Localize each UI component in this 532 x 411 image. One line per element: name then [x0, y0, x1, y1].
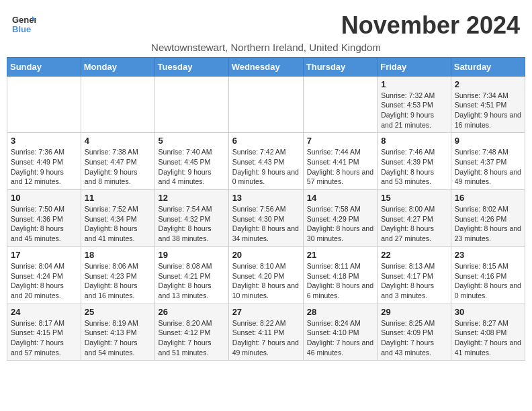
- day-number: 5: [159, 136, 225, 146]
- month-title: November 2024: [341, 12, 520, 39]
- day-info: Sunrise: 7:54 AMSunset: 4:32 PMDaylight:…: [159, 204, 225, 244]
- header-friday: Friday: [378, 57, 451, 76]
- day-info: Sunrise: 7:46 AMSunset: 4:39 PMDaylight:…: [381, 147, 447, 187]
- header-sunday: Sunday: [7, 57, 81, 76]
- calendar-week-row: 3Sunrise: 7:36 AMSunset: 4:49 PMDaylight…: [7, 133, 525, 190]
- day-info: Sunrise: 8:25 AMSunset: 4:09 PMDaylight:…: [381, 318, 447, 358]
- day-info: Sunrise: 7:52 AMSunset: 4:34 PMDaylight:…: [85, 204, 151, 244]
- day-info: Sunrise: 7:38 AMSunset: 4:47 PMDaylight:…: [85, 147, 151, 187]
- table-row: 29Sunrise: 8:25 AMSunset: 4:09 PMDayligh…: [378, 304, 451, 361]
- day-number: 10: [11, 193, 77, 203]
- table-row: 25Sunrise: 8:19 AMSunset: 4:13 PMDayligh…: [81, 304, 154, 361]
- table-row: 22Sunrise: 8:13 AMSunset: 4:17 PMDayligh…: [378, 246, 451, 304]
- table-row: 23Sunrise: 8:15 AMSunset: 4:16 PMDayligh…: [451, 246, 525, 304]
- day-number: 12: [159, 193, 225, 203]
- logo-svg: General Blue: [12, 12, 36, 36]
- day-info: Sunrise: 7:56 AMSunset: 4:30 PMDaylight:…: [232, 204, 300, 244]
- table-row: 3Sunrise: 7:36 AMSunset: 4:49 PMDaylight…: [7, 133, 81, 190]
- day-info: Sunrise: 8:19 AMSunset: 4:13 PMDaylight:…: [85, 318, 151, 358]
- day-number: 23: [455, 250, 521, 260]
- day-number: 24: [11, 307, 77, 317]
- table-row: 9Sunrise: 7:48 AMSunset: 4:37 PMDaylight…: [451, 133, 525, 190]
- table-row: 7Sunrise: 7:44 AMSunset: 4:41 PMDaylight…: [303, 133, 377, 190]
- header-tuesday: Tuesday: [154, 57, 228, 76]
- calendar-table: Sunday Monday Tuesday Wednesday Thursday…: [7, 57, 525, 361]
- day-number: 6: [232, 136, 300, 146]
- calendar-week-row: 1Sunrise: 7:32 AMSunset: 4:53 PMDaylight…: [7, 76, 525, 133]
- day-info: Sunrise: 7:50 AMSunset: 4:36 PMDaylight:…: [11, 204, 77, 244]
- day-number: 9: [455, 136, 521, 146]
- day-info: Sunrise: 8:11 AMSunset: 4:18 PMDaylight:…: [307, 261, 373, 301]
- day-number: 27: [232, 307, 300, 317]
- day-info: Sunrise: 8:17 AMSunset: 4:15 PMDaylight:…: [11, 318, 77, 358]
- day-info: Sunrise: 7:36 AMSunset: 4:49 PMDaylight:…: [11, 147, 77, 187]
- calendar-header-row: Sunday Monday Tuesday Wednesday Thursday…: [7, 57, 525, 76]
- day-number: 13: [232, 193, 300, 203]
- day-number: 8: [381, 136, 447, 146]
- calendar-week-row: 24Sunrise: 8:17 AMSunset: 4:15 PMDayligh…: [7, 304, 525, 361]
- calendar-week-row: 10Sunrise: 7:50 AMSunset: 4:36 PMDayligh…: [7, 190, 525, 247]
- table-row: 24Sunrise: 8:17 AMSunset: 4:15 PMDayligh…: [7, 304, 81, 361]
- day-number: 18: [85, 250, 151, 260]
- table-row: [7, 76, 81, 133]
- table-row: 21Sunrise: 8:11 AMSunset: 4:18 PMDayligh…: [303, 246, 377, 304]
- day-info: Sunrise: 8:15 AMSunset: 4:16 PMDaylight:…: [455, 261, 521, 301]
- day-info: Sunrise: 8:06 AMSunset: 4:23 PMDaylight:…: [85, 261, 151, 301]
- table-row: 28Sunrise: 8:24 AMSunset: 4:10 PMDayligh…: [303, 304, 377, 361]
- header-saturday: Saturday: [451, 57, 525, 76]
- day-number: 21: [307, 250, 373, 260]
- table-row: 17Sunrise: 8:04 AMSunset: 4:24 PMDayligh…: [7, 246, 81, 304]
- title-section: November 2024: [341, 12, 520, 39]
- day-info: Sunrise: 8:00 AMSunset: 4:27 PMDaylight:…: [381, 204, 447, 244]
- day-info: Sunrise: 7:58 AMSunset: 4:29 PMDaylight:…: [307, 204, 373, 244]
- day-number: 20: [232, 250, 300, 260]
- header-monday: Monday: [81, 57, 154, 76]
- table-row: 8Sunrise: 7:46 AMSunset: 4:39 PMDaylight…: [378, 133, 451, 190]
- table-row: 20Sunrise: 8:10 AMSunset: 4:20 PMDayligh…: [228, 246, 303, 304]
- table-row: 18Sunrise: 8:06 AMSunset: 4:23 PMDayligh…: [81, 246, 154, 304]
- day-number: 4: [85, 136, 151, 146]
- day-number: 15: [381, 193, 447, 203]
- day-info: Sunrise: 8:27 AMSunset: 4:08 PMDaylight:…: [455, 318, 521, 358]
- day-number: 14: [307, 193, 373, 203]
- day-info: Sunrise: 7:48 AMSunset: 4:37 PMDaylight:…: [455, 147, 521, 187]
- svg-text:Blue: Blue: [12, 24, 31, 34]
- table-row: 16Sunrise: 8:02 AMSunset: 4:26 PMDayligh…: [451, 190, 525, 247]
- table-row: 6Sunrise: 7:42 AMSunset: 4:43 PMDaylight…: [228, 133, 303, 190]
- calendar-week-row: 17Sunrise: 8:04 AMSunset: 4:24 PMDayligh…: [7, 246, 525, 304]
- day-number: 30: [455, 307, 521, 317]
- table-row: 14Sunrise: 7:58 AMSunset: 4:29 PMDayligh…: [303, 190, 377, 247]
- table-row: [303, 76, 377, 133]
- table-row: 4Sunrise: 7:38 AMSunset: 4:47 PMDaylight…: [81, 133, 154, 190]
- day-number: 3: [11, 136, 77, 146]
- day-info: Sunrise: 8:22 AMSunset: 4:11 PMDaylight:…: [232, 318, 300, 358]
- table-row: 12Sunrise: 7:54 AMSunset: 4:32 PMDayligh…: [154, 190, 228, 247]
- day-number: 19: [159, 250, 225, 260]
- table-row: 5Sunrise: 7:40 AMSunset: 4:45 PMDaylight…: [154, 133, 228, 190]
- table-row: [228, 76, 303, 133]
- table-row: 26Sunrise: 8:20 AMSunset: 4:12 PMDayligh…: [154, 304, 228, 361]
- logo: General Blue: [12, 12, 36, 36]
- day-info: Sunrise: 8:13 AMSunset: 4:17 PMDaylight:…: [381, 261, 447, 301]
- day-number: 25: [85, 307, 151, 317]
- table-row: 27Sunrise: 8:22 AMSunset: 4:11 PMDayligh…: [228, 304, 303, 361]
- day-number: 11: [85, 193, 151, 203]
- day-info: Sunrise: 7:42 AMSunset: 4:43 PMDaylight:…: [232, 147, 300, 187]
- table-row: 10Sunrise: 7:50 AMSunset: 4:36 PMDayligh…: [7, 190, 81, 247]
- table-row: [81, 76, 154, 133]
- table-row: 11Sunrise: 7:52 AMSunset: 4:34 PMDayligh…: [81, 190, 154, 247]
- day-number: 7: [307, 136, 373, 146]
- day-number: 17: [11, 250, 77, 260]
- day-info: Sunrise: 7:44 AMSunset: 4:41 PMDaylight:…: [307, 147, 373, 187]
- header-thursday: Thursday: [303, 57, 377, 76]
- day-info: Sunrise: 8:02 AMSunset: 4:26 PMDaylight:…: [455, 204, 521, 244]
- day-info: Sunrise: 8:20 AMSunset: 4:12 PMDaylight:…: [159, 318, 225, 358]
- table-row: 2Sunrise: 7:34 AMSunset: 4:51 PMDaylight…: [451, 76, 525, 133]
- table-row: 13Sunrise: 7:56 AMSunset: 4:30 PMDayligh…: [228, 190, 303, 247]
- day-number: 22: [381, 250, 447, 260]
- header-wednesday: Wednesday: [228, 57, 303, 76]
- table-row: 15Sunrise: 8:00 AMSunset: 4:27 PMDayligh…: [378, 190, 451, 247]
- table-row: 30Sunrise: 8:27 AMSunset: 4:08 PMDayligh…: [451, 304, 525, 361]
- day-info: Sunrise: 8:04 AMSunset: 4:24 PMDaylight:…: [11, 261, 77, 301]
- day-info: Sunrise: 8:10 AMSunset: 4:20 PMDaylight:…: [232, 261, 300, 301]
